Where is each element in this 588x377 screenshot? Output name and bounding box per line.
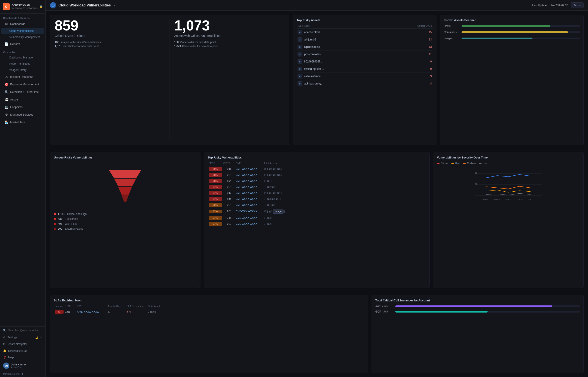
sla-row[interactable]: C 92% CVE-XXXX-XXXX 27 6 hr 7 days [54, 309, 364, 315]
sidebar-item-reports[interactable]: 📄 Reports [1, 40, 44, 47]
vuln-row[interactable]: 97% 9.7 CVE-XXXX-XXXX 3 [ ▣2 ▣1 ] [208, 184, 426, 190]
table-row[interactable]: ▣ callu-instance-... 9 [297, 73, 433, 80]
stat-sub-text-0: Images with Critical Vulnerabilities [60, 41, 101, 44]
sidebar-item-incident-response[interactable]: ⚠ Incident Response [1, 73, 44, 81]
table-row[interactable]: ▤ afr-jump-1 13 [297, 36, 433, 43]
sla-target: 7 days [148, 310, 166, 313]
table-row[interactable]: ◉ api-rbac-proxy... 8 [297, 80, 433, 87]
severity-chart-title: Vulnerabilities by Severity Over Time [437, 156, 580, 159]
managed-services-icon: ⚙ [4, 113, 9, 117]
cve-val: CVE-XXXX-XXXX [236, 191, 263, 195]
hosts-bar-fill [461, 25, 550, 27]
sidebar-item-dashboards[interactable]: ⊞ Dashboards [1, 21, 44, 28]
aws-bar-container [395, 306, 580, 307]
vuln-row[interactable]: 87% 9.1 CVE-XXXX-XXXX 2 [ ▣2 ] [208, 221, 426, 227]
with-fixes-label: With Fixes [65, 222, 77, 225]
assets-sub-text-0: Placeholder for new data point [180, 41, 216, 44]
minimize-menu-button[interactable]: Minimize menu ◀ [0, 371, 45, 377]
svg-marker-1 [109, 170, 141, 178]
unique-vulnerabilities-card: Unique Risky Vulnerabilities 1,138 Cri [50, 152, 200, 288]
cve-val: CVE-XXXX-XXXX [236, 167, 263, 170]
sidebar-item-tenant-navigator[interactable]: ⊞ Tenant Navigator [0, 341, 45, 347]
vuln-row[interactable]: 92% 9.7 CVE-XXXX-XXXX 2 [ ▣1 ▣1 ] [208, 202, 426, 208]
epss-badge: 98% [209, 173, 222, 177]
page-title: Cloud Workload Vulnerabilities [58, 3, 111, 7]
sidebar-item-marketplace-label: Marketplace [10, 121, 25, 124]
assets-icon: 💾 [4, 98, 9, 101]
vuln-table-header: EPSS CVSS CVE Total Assets [208, 162, 426, 166]
legend-low: Low [479, 162, 487, 165]
user-profile[interactable]: JH John Harmon Acme Corp. [0, 361, 45, 371]
cvss-val: 9.7 [223, 203, 234, 207]
table-row[interactable]: ▣ syslog-ng-test-... 9 [297, 65, 433, 73]
cve-count: 11 [414, 53, 432, 56]
sidebar-item-report-templates[interactable]: Report Templates [1, 61, 44, 67]
asset-icons: 3 [ ▣3 ] [264, 216, 425, 219]
vuln-row[interactable]: 99% 9.8 CVE-XXXX-XXXX 15 [ ▣4 ▣5 ▣5 ] [208, 166, 426, 172]
top-risky-vulnerabilities-card: Top Risky Vulnerabilities EPSS CVSS CVE … [204, 152, 429, 288]
sidebar-item-marketplace[interactable]: 🏪 Marketplace [1, 119, 44, 126]
notifications-label: Notifications (2) [8, 349, 27, 352]
table-row[interactable]: ▣ alpine:nodejs 13 [297, 43, 433, 51]
asset-type-icon: ▤ [298, 37, 302, 42]
asset-type-icon: ▣ [298, 74, 302, 79]
sidebar-item-endpoints[interactable]: 💻 Endpoints [1, 104, 44, 111]
quick-launcher-search[interactable]: 🔍 Search in Quick Launcher [0, 327, 45, 334]
sidebar-item-exposure-management-label: Exposure Management [10, 83, 39, 86]
theme-sun-icon[interactable]: ☀ [40, 336, 42, 339]
topbar: Cloud Workload Vulnerabilities ▾ Last Up… [46, 0, 588, 11]
user-info: John Harmon Acme Corp. [11, 363, 27, 368]
sla-col-epss: EPSS [65, 305, 76, 307]
table-row[interactable]: ▤ pos-controller-... 11 [297, 51, 433, 58]
cvss-val: 9.7 [223, 185, 234, 188]
sidebar-item-notifications[interactable]: 🔔 Notifications (2) [0, 347, 45, 354]
asset-icons: 15 [ ▣4 ▣5 ▣5 ] [264, 168, 425, 170]
assets-critical-label: Assets with Critical Vulnerabilities [174, 34, 285, 37]
sidebar-item-settings[interactable]: ⚙ Settings 🌙 ☀ [0, 334, 45, 341]
cvss-val: 8.9 [223, 197, 234, 200]
asset-type-icon: ▣ [298, 45, 302, 49]
user-name: John Harmon [11, 363, 27, 366]
sidebar-item-help[interactable]: ❓ Help [0, 354, 45, 361]
sidebar-sub-widget-library-label: Widget Library [9, 69, 26, 71]
vuln-row[interactable]: 87% 8.2 CVE-XXXX-XXXX 15 [ ▣4 Image ] [208, 208, 426, 215]
critical-color [437, 163, 439, 164]
severity-line-chart: 2k 1k June 3 June 14 June 15 June 16 Jun… [437, 167, 580, 202]
sidebar-item-widget-library[interactable]: Widget Library [1, 67, 44, 73]
vuln-row[interactable]: 98% 9.7 CVE-XXXX-XXXX 14 [ ▣3 ▣5 ▣5 ] [208, 172, 426, 178]
sidebar-item-endpoints-label: Endpoints [10, 106, 23, 109]
vuln-row[interactable]: 98% 8.2 CVE-XXXX-XXXX 1 [ ▣1 ] [208, 178, 426, 184]
asset-name: alpine:nodejs [304, 45, 414, 48]
theme-moon-icon[interactable]: 🌙 [35, 336, 38, 339]
lock-icon: 🔒 [39, 5, 43, 8]
table-row[interactable]: ▣ apache:httpd 15 [297, 29, 433, 36]
vuln-row[interactable]: 97% 9.5 CVE-XXXX-XXXX 11 [ ▣5 ▣5 ▣1 ] [208, 190, 426, 196]
sidebar-logo: C CORTEX XSIAM BY PALO ALTO NETWORKS 🔒 [0, 0, 45, 13]
vuln-row[interactable]: 87% 7.8 CVE-XXXX-XXXX 3 [ ▣3 ] [208, 215, 426, 221]
cve-count: 13 [414, 38, 432, 41]
known-assets-card: Known Assets Scanned Hosts Containers Im… [440, 15, 584, 145]
notifications-icon: 🔔 [3, 349, 6, 352]
page-title-dropdown[interactable]: ▾ [114, 4, 115, 7]
last-updated-value: Jan 28th 09:37 [551, 4, 568, 7]
time-filter-button[interactable]: 24H ▾ [571, 2, 584, 8]
sidebar-item-cloud-vulnerabilities[interactable]: Cloud Vulnerabilities [1, 28, 44, 34]
dashboard-content: 859 Critical CVEs in Cloud 108 Images wi… [46, 11, 588, 377]
high-color [451, 163, 454, 164]
sidebar-item-vulnerability-management[interactable]: Vulnerability Management [1, 34, 44, 40]
table-row[interactable]: ▣ i-024669436f... 9 [297, 58, 433, 65]
cve-val: CVE-XXXX-XXXX [236, 210, 263, 213]
with-fixes-num: 497 [58, 222, 62, 225]
vuln-row[interactable]: 97% 8.9 CVE-XXXX-XXXX 9 [ ▣3 ▣3 ▣3 ] [208, 196, 426, 202]
sla-table-header: Severity EPSS CVE Assets Affected SLA Re… [54, 305, 364, 309]
sidebar-item-managed-services[interactable]: ⚙ Managed Services [1, 111, 44, 118]
sidebar-item-assets[interactable]: 💾 Assets [1, 96, 44, 103]
unique-vulns-title: Unique Risky Vulnerabilities [54, 156, 197, 159]
sidebar-item-exposure-management[interactable]: 🎯 Exposure Management [1, 81, 44, 88]
sidebar-item-dashboard-manager[interactable]: Dashboard Manager [1, 55, 44, 60]
severity-badge: C [55, 310, 64, 314]
asset-icons: 2 [ ▣1 ▣1 ] [264, 204, 425, 207]
epss-badge: 87% [209, 210, 222, 213]
sidebar-item-detection-threat-intel[interactable]: 🔍 Detection & Threat Intel [1, 88, 44, 95]
external-label: External Facing [65, 227, 83, 230]
